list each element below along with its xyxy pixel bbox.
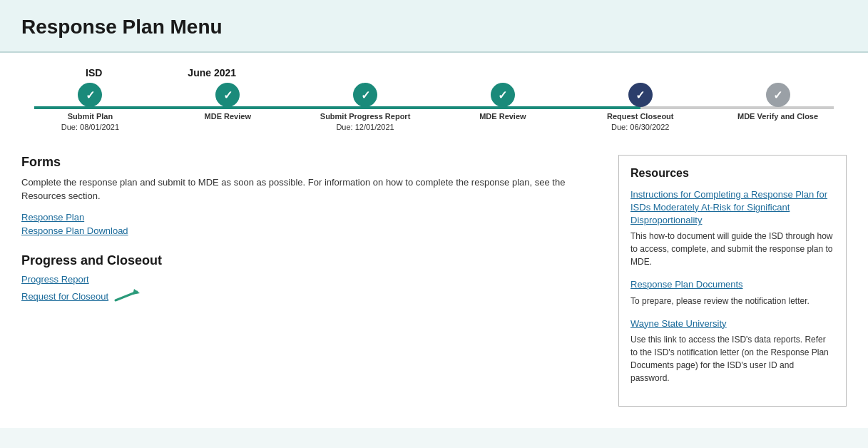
node-title-5: MDE Verify and Close — [737, 111, 818, 122]
svg-marker-1 — [133, 289, 140, 295]
response-plan-download-link[interactable]: Response Plan Download — [21, 225, 597, 236]
timeline-labels: ISD June 2021 — [21, 67, 236, 78]
timeline-date-label: June 2021 — [188, 67, 236, 78]
resource-item-0: Instructions for Completing a Response P… — [630, 188, 834, 269]
timeline-node-0: Submit Plan Due: 08/01/2021 — [21, 83, 159, 133]
forms-title: Forms — [21, 155, 597, 170]
page-title: Response Plan Menu — [21, 16, 847, 39]
checkmark-2 — [361, 88, 370, 102]
timeline-section: ISD June 2021 Submit Plan Due: 08/01/202… — [21, 67, 847, 138]
checkmark-0 — [86, 88, 95, 102]
node-circle-3 — [491, 83, 515, 107]
node-circle-1 — [215, 83, 240, 107]
forms-description: Complete the response plan and submit to… — [21, 175, 597, 203]
node-title-0: Submit Plan — [61, 111, 119, 122]
timeline-node-4: Request Closeout Due: 06/30/2022 — [571, 83, 709, 133]
response-plan-link[interactable]: Response Plan — [21, 212, 597, 223]
checkmark-4 — [635, 88, 645, 102]
node-title-3: MDE Review — [479, 111, 526, 122]
timeline-node-2: Submit Progress Report Due: 12/01/2021 — [297, 83, 434, 133]
timeline-node-1: MDE Review — [159, 83, 297, 133]
timeline-node-5: MDE Verify and Close — [709, 83, 847, 133]
node-circle-4 — [628, 83, 653, 107]
resource-link-0[interactable]: Instructions for Completing a Response P… — [630, 188, 834, 228]
node-label-4: Request Closeout Due: 06/30/2022 — [607, 111, 674, 133]
resource-desc-1: To prepare, please review the notificati… — [630, 295, 834, 307]
resources-box: Resources Instructions for Completing a … — [618, 155, 847, 407]
node-label-3: MDE Review — [479, 111, 526, 122]
resource-desc-2: Use this link to access the ISD's data r… — [630, 333, 834, 385]
node-label-1: MDE Review — [205, 111, 251, 122]
resources-title: Resources — [630, 167, 834, 180]
resources-section: Resources Instructions for Completing a … — [618, 155, 847, 407]
checkmark-5 — [773, 88, 782, 102]
resource-desc-0: This how-to document will guide the ISD … — [630, 230, 834, 268]
timeline-track: Submit Plan Due: 08/01/2021 MDE Review S… — [21, 83, 847, 133]
timeline-isd-label: ISD — [86, 67, 102, 78]
forms-section: Forms Complete the response plan and sub… — [21, 155, 597, 236]
resource-link-2[interactable]: Wayne State University — [630, 317, 834, 330]
node-due-2: Due: 12/01/2021 — [336, 123, 394, 131]
node-circle-5 — [766, 83, 790, 107]
arrow-icon — [114, 287, 141, 305]
node-label-5: MDE Verify and Close — [737, 111, 818, 122]
timeline-node-3: MDE Review — [434, 83, 571, 133]
request-closeout-link[interactable]: Request for Closeout — [21, 291, 108, 302]
progress-closeout-section: Progress and Closeout Progress Report Re… — [21, 253, 597, 305]
progress-report-link[interactable]: Progress Report — [21, 274, 597, 285]
node-due-4: Due: 06/30/2022 — [611, 123, 669, 131]
resource-item-1: Response Plan Documents To prepare, plea… — [630, 278, 834, 307]
node-label-0: Submit Plan Due: 08/01/2021 — [61, 111, 119, 133]
progress-closeout-title: Progress and Closeout — [21, 253, 597, 268]
timeline-nodes: Submit Plan Due: 08/01/2021 MDE Review S… — [21, 83, 847, 133]
main-content: ISD June 2021 Submit Plan Due: 08/01/202… — [0, 53, 868, 428]
arrow-svg — [114, 287, 141, 303]
node-circle-2 — [353, 83, 377, 107]
request-closeout-row: Request for Closeout — [21, 287, 597, 305]
checkmark-1 — [223, 88, 233, 102]
node-title-1: MDE Review — [205, 111, 251, 122]
resource-item-2: Wayne State University Use this link to … — [630, 317, 834, 385]
checkmark-3 — [498, 88, 507, 102]
node-title-4: Request Closeout — [607, 111, 674, 122]
resource-link-1[interactable]: Response Plan Documents — [630, 278, 834, 291]
node-circle-0 — [78, 83, 102, 107]
node-due-0: Due: 08/01/2021 — [61, 123, 119, 131]
page-header: Response Plan Menu — [0, 0, 868, 53]
left-column: Forms Complete the response plan and sub… — [21, 155, 597, 407]
node-title-2: Submit Progress Report — [320, 111, 411, 122]
body-layout: Forms Complete the response plan and sub… — [21, 155, 847, 407]
node-label-2: Submit Progress Report Due: 12/01/2021 — [320, 111, 411, 133]
